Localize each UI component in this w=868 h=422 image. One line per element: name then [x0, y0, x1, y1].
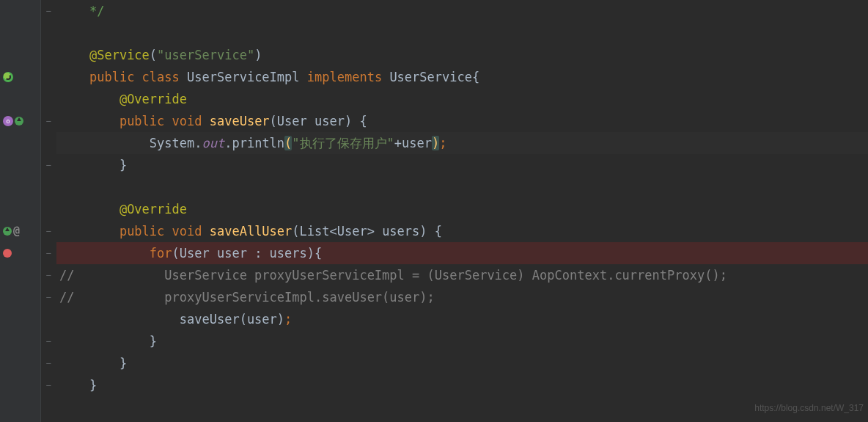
code-token: ;: [439, 136, 446, 150]
code-token: ): [432, 136, 439, 150]
gutter-row[interactable]: @: [0, 220, 40, 242]
code-token: @Override: [119, 92, 187, 106]
code-token: }: [89, 378, 97, 393]
code-token: }: [119, 356, 127, 371]
code-token: saveUser: [210, 114, 270, 128]
fold-toggle-icon[interactable]: −: [40, 264, 56, 286]
code-line[interactable]: public void saveUser(User user) {: [56, 110, 868, 132]
watermark: https://blog.csdn.net/W_317: [754, 397, 864, 419]
code-line[interactable]: saveUser(user);: [56, 308, 868, 330]
gutter: [0, 0, 40, 422]
code-area[interactable]: */ @Service("userService") public class …: [56, 0, 868, 418]
breakpoint-icon[interactable]: [3, 249, 12, 258]
code-line[interactable]: @Override: [56, 88, 868, 110]
code-token: public void: [119, 224, 210, 239]
code-line[interactable]: @Override: [56, 198, 868, 220]
code-token: "执行了保存用户": [292, 136, 394, 150]
fold-toggle-icon[interactable]: −: [40, 374, 56, 396]
code-line[interactable]: [56, 22, 868, 44]
code-token: (: [284, 136, 292, 150]
code-token: public void: [119, 114, 210, 128]
code-line[interactable]: // proxyUserServiceImpl.saveUser(user);: [56, 286, 868, 308]
code-line[interactable]: public class UserServiceImpl implements …: [56, 66, 868, 88]
implements-icon[interactable]: [15, 117, 23, 125]
code-line[interactable]: }: [56, 374, 868, 396]
fold-toggle-icon[interactable]: −: [40, 110, 56, 132]
override-icon[interactable]: o: [3, 116, 13, 126]
code-token: // proxyUserServiceImpl.saveUser(user);: [59, 290, 435, 305]
code-token: ): [254, 48, 262, 62]
code-line[interactable]: for(User user : users){: [56, 242, 868, 264]
code-line[interactable]: [56, 396, 868, 418]
annotation-icon[interactable]: @: [13, 226, 23, 236]
fold-toggle-icon[interactable]: −: [40, 286, 56, 308]
implements-icon[interactable]: [3, 227, 12, 236]
fold-toggle-icon[interactable]: −: [40, 154, 56, 176]
code-token: saveUser(user): [180, 312, 284, 327]
code-token: UserServiceImpl: [187, 70, 307, 84]
gutter-row[interactable]: [0, 242, 40, 264]
code-token: .println: [224, 136, 284, 150]
fold-toggle-icon[interactable]: −: [40, 0, 56, 22]
code-line[interactable]: */: [56, 0, 868, 22]
code-token: (User user) {: [270, 114, 367, 128]
code-line[interactable]: // UserService proxyUserServiceImpl = (U…: [56, 264, 868, 286]
code-line[interactable]: [56, 176, 868, 198]
code-line[interactable]: System.out.println("执行了保存用户"+user);: [56, 132, 868, 154]
spring-bean-icon[interactable]: [3, 72, 13, 82]
fold-toggle-icon[interactable]: −: [40, 330, 56, 352]
gutter-row[interactable]: o: [0, 110, 40, 132]
code-token: for: [150, 246, 172, 261]
fold-toggle-icon[interactable]: −: [40, 220, 56, 242]
fold-toggle-icon[interactable]: −: [40, 352, 56, 374]
code-token: System.: [150, 136, 202, 150]
code-token: public class: [89, 70, 187, 84]
code-line[interactable]: }: [56, 352, 868, 374]
code-token: +user: [394, 136, 432, 150]
code-token: }: [119, 158, 127, 172]
gutter-row[interactable]: [0, 66, 40, 88]
code-line[interactable]: }: [56, 154, 868, 176]
code-token: implements: [307, 70, 390, 84]
code-line[interactable]: @Service("userService"): [56, 44, 868, 66]
code-token: (List<User> users) {: [292, 224, 442, 239]
code-token: // UserService proxyUserServiceImpl = (U…: [59, 268, 727, 283]
code-token: out: [202, 136, 224, 150]
code-token: (User user : users){: [172, 246, 323, 261]
fold-toggle-icon[interactable]: −: [40, 242, 56, 264]
code-token: ;: [284, 312, 292, 327]
code-line[interactable]: }: [56, 330, 868, 352]
code-token: (: [150, 48, 157, 62]
code-token: @Service: [89, 48, 150, 62]
code-token: @Override: [119, 202, 187, 217]
code-token: saveAllUser: [210, 224, 293, 239]
code-line[interactable]: public void saveAllUser(List<User> users…: [56, 220, 868, 242]
code-token: UserService{: [389, 70, 479, 84]
code-token: */: [89, 4, 104, 18]
code-token: }: [150, 334, 157, 349]
code-token: "userService": [157, 48, 254, 62]
